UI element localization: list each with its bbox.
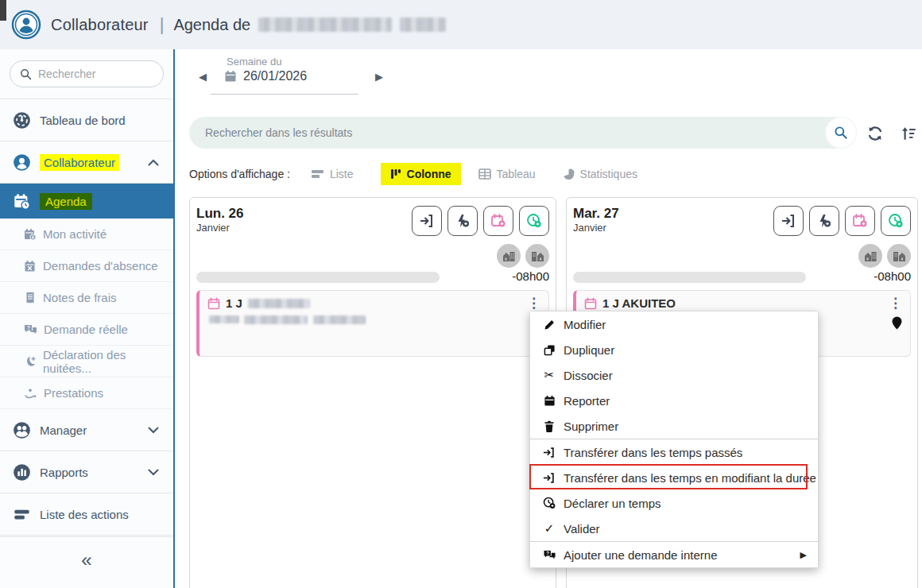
add-absence-button[interactable] bbox=[845, 206, 875, 236]
menu-item-dissocier[interactable]: ✂ Dissocier bbox=[530, 362, 818, 388]
event-menu-button[interactable]: ⋮ bbox=[527, 296, 540, 310]
view-option-statistiques[interactable]: Statistiques bbox=[563, 168, 637, 180]
sidebar-item-tableau-de-bord[interactable]: Tableau de bord bbox=[0, 99, 173, 141]
event-context-menu: Modifier Dupliquer ✂ Dissocier Reporter … bbox=[529, 311, 819, 568]
next-week-icon[interactable]: ▶ bbox=[375, 71, 383, 83]
corner-fragment bbox=[0, 0, 6, 21]
redacted-username-2 bbox=[400, 17, 446, 32]
sidebar-item-demandes-absence[interactable]: Demandes d'absence bbox=[0, 250, 173, 282]
menu-item-dupliquer[interactable]: Dupliquer bbox=[530, 337, 818, 362]
declare-time-button[interactable] bbox=[881, 206, 911, 236]
chevron-down-icon bbox=[148, 427, 159, 434]
refresh-button[interactable] bbox=[865, 123, 885, 144]
home-office-button[interactable] bbox=[858, 244, 882, 268]
transfer-day-button[interactable] bbox=[412, 206, 442, 236]
people-icon bbox=[13, 421, 31, 439]
menu-item-reporter[interactable]: Reporter bbox=[530, 388, 818, 413]
view-option-tableau[interactable]: Tableau bbox=[478, 168, 536, 180]
menu-item-transferer-temps-passes[interactable]: Transférer dans les temps passés bbox=[530, 439, 818, 465]
calendar-icon bbox=[224, 70, 237, 83]
check-icon: ✓ bbox=[541, 521, 557, 536]
sidebar-item-prestations[interactable]: Prestations bbox=[0, 377, 173, 409]
day-title: Mar. 27 bbox=[573, 206, 619, 222]
dashboard-gauge-icon bbox=[13, 111, 31, 130]
collapse-icon: « bbox=[81, 549, 91, 571]
sidebar-item-label: Déclaration des nuitées... bbox=[43, 348, 173, 375]
day-progress-row: -08h00 bbox=[196, 269, 549, 283]
menu-item-modifier[interactable]: Modifier bbox=[530, 311, 818, 337]
menu-item-ajouter-demande-interne[interactable]: ? Ajouter une demande interne ▶ bbox=[530, 542, 818, 567]
day-title: Lun. 26 bbox=[196, 206, 244, 222]
sidebar-item-label: Manager bbox=[40, 424, 87, 437]
sidebar-item-manager[interactable]: Manager bbox=[0, 409, 173, 451]
view-option-label: Liste bbox=[330, 168, 354, 180]
office-home-button[interactable] bbox=[887, 244, 911, 268]
redacted-event-detail bbox=[209, 315, 239, 323]
results-search-input[interactable] bbox=[189, 126, 825, 139]
transfer-icon bbox=[541, 472, 557, 484]
sidebar-item-label: Demande réelle bbox=[44, 323, 128, 336]
search-submit-button[interactable] bbox=[825, 117, 857, 149]
sidebar-item-mon-activite[interactable]: Mon activité bbox=[0, 219, 173, 250]
time-offset: -08h00 bbox=[512, 269, 549, 283]
sidebar-item-demande-reelle[interactable]: ? Demande réelle bbox=[0, 314, 173, 346]
home-office-button[interactable] bbox=[497, 244, 521, 268]
sidebar-item-declaration-nuitees[interactable]: Déclaration des nuitées... bbox=[0, 346, 173, 377]
sidebar-item-label: Agenda bbox=[40, 193, 92, 210]
calendar-icon bbox=[541, 395, 557, 407]
sidebar-item-liste-des-actions[interactable]: Liste des actions bbox=[0, 493, 173, 536]
sidebar-item-rapports[interactable]: Rapports bbox=[0, 451, 173, 493]
menu-item-valider[interactable]: ✓ Valider bbox=[530, 516, 818, 541]
sidebar-item-label: Tableau de bord bbox=[40, 114, 126, 127]
previous-week-icon[interactable]: ◀ bbox=[199, 71, 207, 83]
menu-item-supprimer[interactable]: Supprimer bbox=[530, 413, 818, 439]
sidebar-item-label: Notes de frais bbox=[43, 291, 117, 304]
menu-item-transferer-modifiant-duree[interactable]: Transférer dans les temps en modifiant l… bbox=[530, 465, 818, 490]
clock-plus-icon bbox=[888, 213, 904, 229]
sidebar-search[interactable] bbox=[10, 60, 164, 87]
chat-question-icon: ? bbox=[24, 323, 37, 336]
list-view-icon bbox=[311, 168, 324, 180]
sidebar-item-notes-de-frais[interactable]: Notes de frais bbox=[0, 282, 173, 314]
sidebar-collapse-button[interactable]: « bbox=[0, 536, 173, 582]
location-pin-icon bbox=[892, 316, 902, 330]
transfer-day-button[interactable] bbox=[773, 206, 804, 236]
column-view-icon bbox=[390, 168, 401, 180]
site-buttons bbox=[196, 244, 549, 268]
sidebar: Tableau de bord Collaborateur Agenda Mon… bbox=[0, 49, 175, 588]
refresh-icon bbox=[866, 125, 884, 142]
search-icon bbox=[834, 126, 848, 140]
scissors-icon: ✂ bbox=[541, 368, 557, 382]
person-icon bbox=[13, 153, 31, 172]
redacted-username bbox=[258, 17, 392, 32]
sidebar-search-input[interactable] bbox=[38, 68, 149, 80]
view-option-liste[interactable]: Liste bbox=[311, 168, 354, 180]
quick-add-button[interactable] bbox=[447, 206, 478, 236]
results-search-bar[interactable] bbox=[189, 117, 857, 149]
day-progress-row: -08h00 bbox=[573, 269, 911, 283]
declare-time-button[interactable] bbox=[519, 206, 549, 236]
display-options-label: Options d'affichage : bbox=[189, 168, 290, 180]
event-title: 1 J AKUITEO bbox=[602, 296, 676, 310]
event-card[interactable]: 1 J ⋮ bbox=[196, 290, 549, 357]
event-menu-button[interactable]: ⋮ bbox=[889, 296, 902, 310]
menu-item-declarer-un-temps[interactable]: Déclarer un temps bbox=[530, 490, 818, 516]
office-home-button[interactable] bbox=[525, 244, 549, 268]
quick-add-button[interactable] bbox=[809, 206, 839, 236]
sidebar-item-collaborateur[interactable]: Collaborateur bbox=[0, 141, 173, 184]
page-title: Agenda de bbox=[173, 16, 250, 34]
chevron-down-icon bbox=[148, 469, 159, 476]
sidebar-item-agenda[interactable]: Agenda bbox=[0, 184, 173, 219]
view-option-colonne[interactable]: Colonne bbox=[381, 163, 461, 185]
site-buttons bbox=[573, 244, 911, 268]
sort-button[interactable] bbox=[898, 123, 919, 144]
add-absence-button[interactable] bbox=[483, 206, 513, 236]
calendar-clock-icon bbox=[13, 192, 31, 211]
clock-plus-icon bbox=[541, 497, 557, 509]
menu-item-label: Valider bbox=[564, 522, 600, 536]
list-icon bbox=[13, 505, 31, 524]
menu-item-label: Transférer dans les temps passés bbox=[564, 446, 742, 459]
event-title: 1 J bbox=[226, 296, 242, 310]
svg-text:?: ? bbox=[27, 324, 30, 330]
week-date-picker[interactable]: 26/01/2026 bbox=[224, 69, 307, 83]
